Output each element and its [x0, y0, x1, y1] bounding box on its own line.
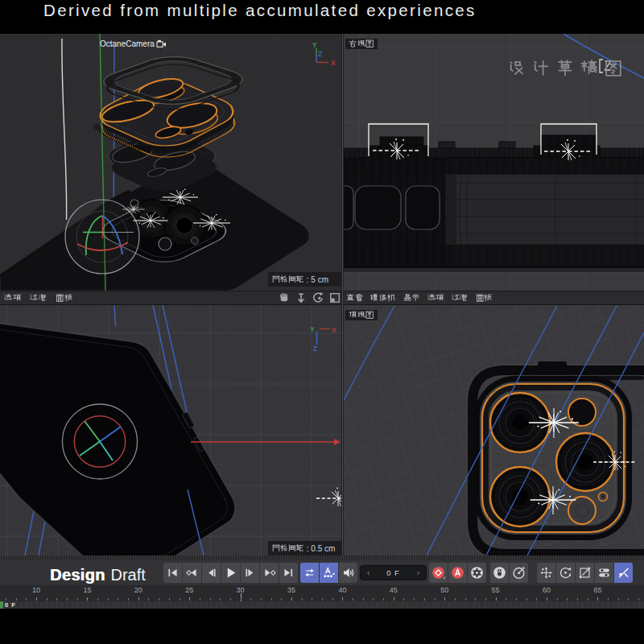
timeline-current-frame-label: 0 F — [5, 602, 16, 609]
autokey-button[interactable] — [448, 563, 467, 583]
next-frame-button[interactable] — [241, 563, 259, 583]
label-glyph-art — [30, 294, 47, 303]
key-rotation-icon — [557, 564, 574, 581]
label-glyph-art — [452, 294, 469, 303]
key-pla-icon — [615, 564, 632, 581]
timeline-current-frame-marker[interactable] — [0, 601, 3, 609]
ruler-tick — [424, 598, 425, 601]
ruler-tick — [97, 598, 98, 601]
ruler-tick — [332, 598, 333, 601]
cjk-glyph — [532, 60, 550, 77]
cjk-glyph — [605, 60, 622, 77]
grid-spacing-label-tl: 网格间距 : 5 cm : 5 cm — [268, 272, 341, 287]
viewport-top[interactable]: 顶视图 — [344, 305, 644, 555]
ruler-tick — [77, 598, 78, 601]
next-key-button[interactable] — [260, 563, 279, 583]
cjk-glyph — [476, 294, 485, 303]
cjk-glyph — [427, 294, 436, 303]
key-pla-button[interactable] — [614, 563, 633, 583]
label-glyph-art — [346, 294, 363, 303]
ruler-tick — [200, 598, 200, 601]
ruler-tick — [557, 598, 558, 601]
record-keyframe-icon — [430, 564, 447, 581]
ruler-tick — [281, 598, 282, 601]
autokey-range-button[interactable] — [320, 563, 338, 583]
prev-key-icon — [184, 564, 200, 581]
ruler-tick — [271, 598, 272, 601]
play-button[interactable] — [221, 563, 240, 583]
ruler-number: 50 — [440, 586, 448, 594]
bottom-letterbox — [0, 609, 644, 644]
keying-settings-button[interactable] — [468, 563, 486, 583]
menu-item[interactable]: 面板 — [56, 294, 72, 303]
ruler-tick — [322, 598, 323, 601]
record-selected-button[interactable] — [490, 563, 509, 583]
ruler-tick — [496, 597, 497, 601]
play-icon — [222, 564, 239, 581]
timeline-ruler[interactable]: 101520253035404550556065 — [0, 585, 644, 601]
menu-item[interactable]: 查看 — [346, 294, 363, 303]
timeline-track[interactable]: 0 F — [0, 601, 644, 609]
frame-next-arrow[interactable]: › — [417, 569, 419, 577]
menu-item[interactable]: 面板 — [476, 294, 493, 303]
zoom-icon[interactable] — [294, 291, 308, 305]
cjk-glyph — [370, 294, 379, 303]
menu-item[interactable]: 摄像机 — [370, 294, 396, 303]
viewport-top-label[interactable]: 顶视图 — [345, 310, 378, 321]
playback-rate-button[interactable] — [510, 563, 528, 583]
menu-item[interactable]: 选项 — [4, 294, 21, 303]
ruler-tick — [47, 598, 47, 601]
ruler-tick — [567, 598, 568, 601]
viewport-divider[interactable] — [341, 34, 344, 555]
cjk-glyph — [508, 60, 526, 77]
label-glyph-art: : 0.5 cm — [272, 544, 335, 553]
key-rotation-button[interactable] — [556, 563, 575, 583]
camera-label-row[interactable]: OctaneCamera — [100, 39, 167, 48]
viewport-right[interactable]: 右视图 设计草稿图 — [344, 34, 644, 291]
autokey-icon — [449, 564, 466, 581]
menu-item[interactable]: 过滤 — [452, 294, 469, 303]
viewport-right-label[interactable]: 右视图 — [345, 39, 378, 50]
record-keyframe-button[interactable] — [429, 563, 448, 583]
key-parameter-button[interactable] — [595, 563, 613, 583]
menu-item[interactable]: 显示 — [403, 294, 420, 303]
ruler-tick — [169, 598, 170, 601]
page-title: Derived from multiple accumulated experi… — [43, 1, 477, 20]
cjk-glyph — [379, 294, 388, 303]
ruler-tick — [210, 598, 211, 601]
prev-frame-button[interactable] — [202, 563, 221, 583]
cjk-glyph — [349, 39, 357, 48]
volume-button[interactable] — [339, 563, 357, 583]
ruler-tick — [444, 597, 445, 601]
hand-icon[interactable] — [277, 291, 291, 305]
cjk-glyph — [556, 60, 574, 77]
jump-start-button[interactable] — [163, 563, 182, 583]
ruler-tick — [220, 598, 221, 601]
playback-options — [300, 563, 357, 583]
maximize-icon[interactable] — [328, 291, 342, 305]
loop-button[interactable] — [300, 563, 319, 583]
cjk-glyph — [346, 294, 355, 303]
viewport-perspective-2[interactable]: Y X Z 网格间距 : 0.5 cm : 0.5 cm — [0, 305, 341, 555]
jump-start-icon — [164, 564, 181, 581]
ruler-tick — [363, 598, 364, 601]
ruler-tick — [353, 598, 353, 601]
viewport-nav-icons — [277, 291, 344, 305]
record-selected-icon — [491, 564, 508, 581]
key-scale-button[interactable] — [576, 563, 594, 583]
ruler-tick — [403, 598, 404, 601]
jump-end-button[interactable] — [279, 563, 298, 583]
orbit-icon[interactable] — [311, 291, 325, 305]
key-position-button[interactable] — [537, 563, 555, 583]
prev-key-button[interactable] — [183, 563, 201, 583]
next-frame-icon — [242, 564, 258, 581]
viewport-menu-row: 选项过滤面板 查看摄像机显示选项过滤面板 — [0, 291, 644, 305]
axis-x-label: X — [332, 326, 336, 334]
frame-prev-arrow[interactable]: ‹ — [367, 569, 369, 577]
label-glyph-art — [349, 39, 374, 48]
frame-field[interactable]: ‹ 0 F › — [360, 565, 427, 580]
viewport-perspective[interactable]: OctaneCamera Y Z X 网格间距 : 5 cm : 5 cm — [0, 34, 341, 291]
label-glyph-art — [476, 294, 493, 303]
menu-item[interactable]: 选项 — [427, 294, 444, 303]
menu-item[interactable]: 过滤 — [30, 294, 47, 303]
